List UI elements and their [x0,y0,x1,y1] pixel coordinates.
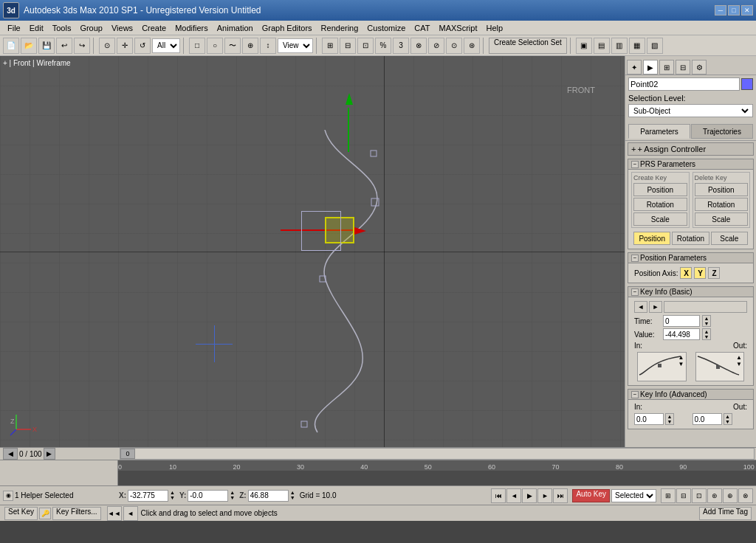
ki-toggle[interactable]: − [631,288,639,296]
ki-value-up[interactable]: ▲ [703,329,710,334]
color-swatch[interactable] [741,78,753,90]
menu-maxscript[interactable]: MAXScript [435,23,482,33]
time-toggle-btn2[interactable]: ▶ [44,448,55,460]
coord-x-up[interactable]: ▲ [170,490,179,495]
track-area[interactable]: 0 10 20 30 40 50 60 70 80 90 100 [118,460,756,485]
coord-x-input[interactable] [128,490,168,502]
mini-ctrl1[interactable]: ◄◄ [107,506,122,521]
maximize-button[interactable]: □ [728,5,740,15]
create-rotation-btn[interactable]: Rotation [633,198,687,211]
view-select[interactable]: View [278,38,313,53]
minimize-button[interactable]: ─ [715,5,726,15]
coord-z-down[interactable]: ▼ [290,495,299,500]
menu-help[interactable]: Help [481,23,507,33]
anim-ctrl6[interactable]: ⊗ [738,488,753,503]
ki-adv-in-input[interactable] [634,413,664,425]
z-axis-btn[interactable]: Z [708,267,720,279]
last-frame-btn[interactable]: ⏭ [553,488,568,503]
ki-time-down[interactable]: ▼ [703,321,710,326]
tb-move[interactable]: ✛ [117,38,133,54]
status-toggle-btn[interactable]: ◉ [3,491,13,501]
first-frame-btn[interactable]: ⏮ [491,488,506,503]
tb-save[interactable]: 💾 [38,38,55,54]
ki-out-up[interactable]: ▲ [736,354,742,361]
filter-select[interactable]: All [152,38,180,53]
ki-prev-btn[interactable]: ◄ [634,301,647,313]
selection-level-select[interactable]: Sub-Object [630,105,751,117]
ki-next-btn[interactable]: ► [649,301,662,313]
coord-y-spinner[interactable]: ▲ ▼ [230,490,238,502]
menu-customize[interactable]: Customize [362,23,410,33]
tb-redo[interactable]: ↪ [74,38,90,54]
coord-y-down[interactable]: ▼ [230,495,238,500]
anim-ctrl5[interactable]: ⊕ [723,488,738,503]
prev-frame-btn[interactable]: ◄ [506,488,521,503]
rp-tab-hierarchy[interactable]: ⊞ [659,60,674,75]
tb-box-select[interactable]: □ [189,38,205,54]
tb-transform[interactable]: ↕ [260,38,276,54]
assign-controller-btn[interactable]: + + Assign Controller [628,142,754,156]
close-button[interactable]: ✕ [741,5,753,15]
ki-value-input[interactable] [663,328,700,340]
viewport[interactable]: FRONT [0,56,625,447]
add-time-tag-btn[interactable]: Add Time Tag [699,507,752,520]
coord-x-down[interactable]: ▼ [170,495,179,500]
create-scale-btn[interactable]: Scale [633,212,687,226]
menu-group[interactable]: Group [75,23,107,33]
coord-z-up[interactable]: ▲ [290,490,299,495]
prs-tab-position[interactable]: Position [633,232,670,245]
coord-z-input[interactable] [248,490,289,502]
prs-tab-scale[interactable]: Scale [711,232,748,245]
ki-adv-in-spinner[interactable]: ▲ ▼ [665,413,674,425]
menu-modifiers[interactable]: Modifiers [171,23,213,33]
menu-rendering[interactable]: Rendering [317,23,363,33]
xyz-toggle[interactable]: − [631,255,639,262]
menu-tools[interactable]: Tools [48,23,76,33]
tb-lasso-select[interactable]: 〜 [224,38,241,54]
prs-tab-rotation[interactable]: Rotation [672,232,709,245]
ki-adv-out-up[interactable]: ▲ [724,414,732,419]
tb-misc4[interactable]: ▦ [629,38,645,54]
ki-in-up[interactable]: ▲ [678,354,684,361]
tb-snap1[interactable]: ⊞ [322,38,338,54]
ki-in-down[interactable]: ▼ [678,361,684,367]
ki-adv-out-spinner[interactable]: ▲ ▼ [724,413,732,425]
set-key-btn[interactable]: Set Key [4,507,38,520]
menu-animation[interactable]: Animation [213,23,258,33]
object-name-input[interactable] [628,77,740,91]
ki-adv-out-input[interactable] [693,413,722,425]
tb-misc5[interactable]: ▧ [647,38,663,54]
menu-file[interactable]: File [3,23,25,33]
coord-z-spinner[interactable]: ▲ ▼ [290,490,299,502]
rp-tab-display[interactable]: ✦ [627,60,642,75]
ki-adv-out-down[interactable]: ▼ [724,419,732,424]
menu-cat[interactable]: CAT [410,23,434,33]
create-position-btn[interactable]: Position [633,183,687,196]
y-axis-btn[interactable]: Y [694,267,706,279]
x-axis-btn[interactable]: X [680,267,692,279]
next-frame-btn[interactable]: ► [537,488,552,503]
delete-scale-btn[interactable]: Scale [695,212,749,226]
selected-filter[interactable]: Selected [611,489,656,502]
anim-ctrl4[interactable]: ⊛ [707,488,722,503]
ki-time-input[interactable] [663,315,700,327]
time-slider[interactable]: 0 [120,448,755,460]
menu-views[interactable]: Views [107,23,137,33]
coord-y-input[interactable] [188,490,228,502]
tb-new[interactable]: 📄 [3,38,19,54]
anim-ctrl3[interactable]: ⊡ [692,488,707,503]
delete-rotation-btn[interactable]: Rotation [695,198,749,211]
rp-tab-motion[interactable]: ▶ [643,60,658,75]
menu-graph-editors[interactable]: Graph Editors [258,23,317,33]
anim-ctrl2[interactable]: ⊟ [676,488,691,503]
selection-level-dropdown[interactable]: Sub-Object [628,104,753,117]
menu-edit[interactable]: Edit [25,23,48,33]
play-btn[interactable]: ▶ [522,488,537,503]
menu-create[interactable]: Create [137,23,171,33]
mini-ctrl2[interactable]: ◄ [123,506,138,521]
tb-misc2[interactable]: ▤ [594,38,610,54]
tab-parameters[interactable]: Parameters [628,124,690,139]
anim-ctrl1[interactable]: ⊞ [661,488,676,503]
ki-time-spinner[interactable]: ▲ ▼ [702,315,711,327]
ki-out-down[interactable]: ▼ [736,361,742,367]
